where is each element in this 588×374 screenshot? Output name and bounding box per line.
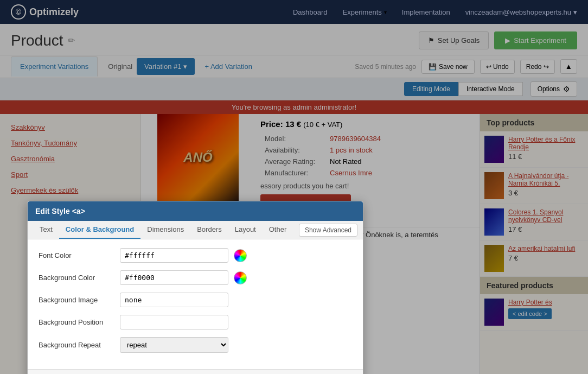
font-color-picker[interactable] <box>234 249 247 262</box>
tab-borders[interactable]: Borders <box>190 221 228 239</box>
background-repeat-row: Background Repeat repeat no-repeat repea… <box>39 337 352 353</box>
background-image-label: Background Image <box>39 296 114 304</box>
tab-layout[interactable]: Layout <box>228 221 263 239</box>
dialog-tab-bar: Text Color & Background Dimensions Borde… <box>28 221 363 239</box>
tab-color-background[interactable]: Color & Background <box>59 221 140 239</box>
show-advanced-button[interactable]: Show Advanced <box>299 224 357 237</box>
background-color-picker[interactable] <box>234 271 247 284</box>
font-color-row: Font Color <box>39 248 352 263</box>
font-color-input[interactable] <box>120 248 228 263</box>
background-position-input[interactable] <box>120 315 228 329</box>
background-color-input[interactable] <box>120 270 228 285</box>
dialog-footer: Done Cancel <box>28 369 363 374</box>
background-color-row: Background Color <box>39 270 352 285</box>
background-position-label: Background Position <box>39 318 114 326</box>
background-repeat-select[interactable]: repeat no-repeat repeat-x repeat-y <box>120 337 228 353</box>
edit-style-dialog: Edit Style <a> Text Color & Background D… <box>27 201 363 374</box>
font-color-label: Font Color <box>39 251 114 259</box>
background-position-row: Background Position <box>39 315 352 329</box>
tab-text[interactable]: Text <box>33 221 59 239</box>
tab-other[interactable]: Other <box>263 221 293 239</box>
dialog-title: Edit Style <a> <box>28 201 363 221</box>
dialog-body: Font Color Background Color Background I… <box>28 239 363 369</box>
background-image-row: Background Image <box>39 293 352 307</box>
background-repeat-label: Background Repeat <box>39 341 114 349</box>
background-color-label: Background Color <box>39 274 114 282</box>
tab-dimensions[interactable]: Dimensions <box>140 221 190 239</box>
dialog-overlay: Edit Style <a> Text Color & Background D… <box>0 0 588 374</box>
background-image-input[interactable] <box>120 293 228 307</box>
